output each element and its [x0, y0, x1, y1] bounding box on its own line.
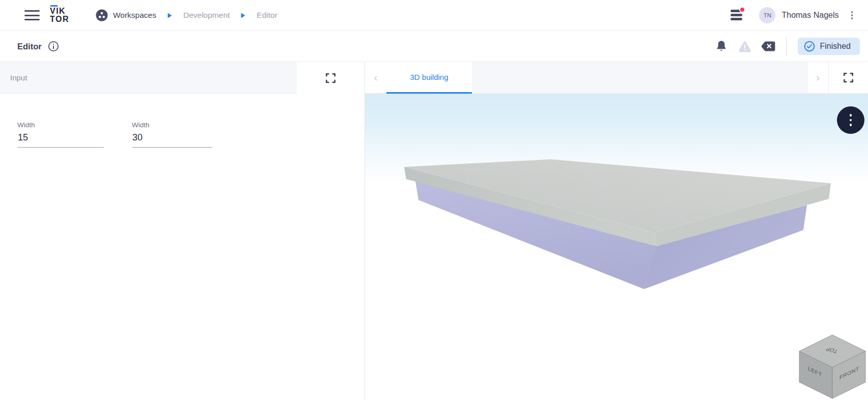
chevron-right-icon: › — [816, 72, 820, 84]
avatar[interactable]: TN — [759, 7, 775, 23]
breadcrumb-arrow-icon — [241, 13, 245, 18]
tab-3d-building[interactable]: 3D building — [386, 62, 472, 94]
logo-line-1: VIK — [50, 7, 69, 15]
width-field-1: Width — [17, 121, 104, 400]
kebab-dot — [850, 119, 852, 122]
viewer-options-button[interactable] — [837, 106, 864, 134]
toolbar-right: Finished — [713, 37, 864, 56]
workspaces-icon[interactable] — [96, 9, 108, 21]
jobs-list-icon[interactable] — [731, 9, 745, 22]
clear-backspace-icon[interactable] — [760, 38, 777, 55]
width-field-1-input[interactable] — [17, 131, 104, 148]
building-3d-model — [365, 94, 868, 400]
logo-line-2: TOR — [50, 15, 69, 23]
editor-toolbar: Editor — [0, 31, 868, 62]
viktor-app: VIK TOR Workspaces Development Editor — [0, 0, 868, 400]
warnings-triangle-icon[interactable] — [736, 38, 753, 55]
breadcrumb-development[interactable]: Development — [183, 11, 230, 20]
fullscreen-icon — [843, 72, 854, 83]
expand-input-panel-button[interactable] — [297, 62, 365, 94]
breadcrumb-workspaces[interactable]: Workspaces — [113, 11, 156, 20]
viktor-logo[interactable]: VIK TOR — [50, 7, 69, 23]
kebab-dot — [850, 114, 852, 117]
width-field-1-label: Width — [17, 121, 104, 129]
breadcrumb-editor[interactable]: Editor — [257, 11, 277, 20]
content: Input Width Width — [0, 62, 868, 400]
width-field-2-input[interactable] — [132, 131, 212, 148]
input-panel-header: Input — [0, 62, 365, 94]
toolbar-divider — [786, 37, 787, 56]
width-field-2-label: Width — [132, 121, 212, 129]
input-panel-title: Input — [10, 73, 27, 82]
kebab-dot — [850, 124, 852, 126]
user-kebab-menu-icon[interactable] — [848, 9, 856, 21]
user-name: Thomas Nagels — [781, 11, 838, 20]
top-bar-right: TN Thomas Nagels — [731, 7, 856, 23]
width-field-2: Width — [132, 121, 212, 400]
notification-dot — [739, 7, 745, 13]
input-panel-title-bar: Input — [0, 62, 297, 94]
viewer-canvas[interactable]: LEFT FRONT TOP — [365, 94, 868, 400]
status-badge[interactable]: Finished — [798, 38, 860, 55]
page-title: Editor — [17, 42, 42, 51]
avatar-initials: TN — [764, 12, 771, 18]
logo-accent-bar — [50, 5, 58, 7]
viewer-tab-bar: ‹ 3D building › — [365, 62, 868, 94]
next-tab-button[interactable]: › — [807, 62, 828, 94]
input-panel: Input Width Width — [0, 62, 365, 400]
status-label: Finished — [820, 42, 851, 51]
hamburger-menu-icon[interactable] — [24, 10, 40, 20]
fullscreen-icon — [325, 73, 336, 83]
expand-viewer-button[interactable] — [828, 62, 868, 94]
breadcrumb-arrow-icon — [167, 13, 172, 18]
input-panel-body: Width Width — [0, 94, 365, 400]
top-bar: VIK TOR Workspaces Development Editor — [0, 0, 868, 31]
status-check-icon — [804, 41, 815, 52]
viewer-panel: ‹ 3D building › — [365, 62, 868, 400]
navigation-cube[interactable]: LEFT FRONT TOP — [797, 331, 868, 400]
breadcrumb: Workspaces Development Editor — [96, 9, 277, 21]
previous-tab-button[interactable]: ‹ — [365, 62, 386, 94]
info-icon[interactable] — [48, 41, 59, 52]
tab-label: 3D building — [410, 73, 448, 81]
chevron-left-icon: ‹ — [374, 72, 378, 84]
tab-bar-filler — [472, 62, 807, 94]
notifications-bell-icon[interactable] — [713, 38, 730, 55]
